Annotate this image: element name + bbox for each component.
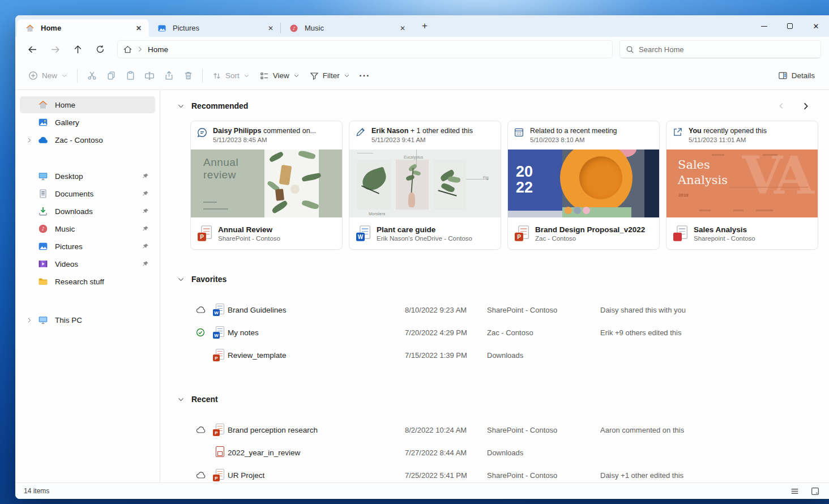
- file-row-review-template[interactable]: P Review_template 7/15/2022 1:39 PM Down…: [196, 344, 819, 366]
- tab-pictures[interactable]: Pictures ✕: [149, 19, 281, 37]
- forward-button[interactable]: [45, 40, 65, 58]
- minimize-button[interactable]: [751, 15, 777, 37]
- sidebar-item-research-stuff[interactable]: Research stuff: [20, 273, 155, 290]
- new-button[interactable]: New: [23, 66, 72, 86]
- share-button[interactable]: [159, 66, 178, 86]
- chevron-right-icon[interactable]: [23, 314, 35, 326]
- tab-close-icon[interactable]: ✕: [265, 23, 276, 34]
- new-button-label: New: [42, 71, 57, 80]
- up-button[interactable]: [67, 40, 88, 58]
- address-bar[interactable]: Home: [117, 40, 613, 58]
- downloads-icon: [37, 206, 49, 217]
- rename-button[interactable]: [140, 66, 159, 86]
- tab-home[interactable]: Home ✕: [17, 19, 149, 37]
- chevron-right-icon[interactable]: [23, 134, 35, 146]
- file-row-brand-perception-research[interactable]: P Brand perception research 8/2/2022 10:…: [196, 418, 819, 441]
- details-pane-button[interactable]: Details: [773, 66, 820, 86]
- svg-text:♪: ♪: [292, 26, 295, 31]
- back-button[interactable]: [22, 40, 42, 58]
- collapse-chevron-icon[interactable]: [176, 394, 186, 404]
- collapse-chevron-icon[interactable]: [176, 274, 186, 284]
- recommended-card-brand-design-proposal[interactable]: Related to a recent meeting 5/10/2023 8:…: [507, 121, 660, 250]
- carousel-prev-icon[interactable]: [776, 100, 787, 112]
- file-row-my-notes[interactable]: W My notes 7/20/2022 4:29 PM Zac - Conto…: [196, 321, 819, 344]
- view-button[interactable]: View: [255, 66, 305, 86]
- paste-button[interactable]: [121, 66, 140, 86]
- sidebar-item-downloads[interactable]: Downloads: [20, 203, 155, 220]
- sidebar-item-onedrive[interactable]: Zac - Contoso: [20, 131, 155, 148]
- large-thumbnails-view-icon[interactable]: [809, 485, 821, 497]
- collapse-chevron-icon[interactable]: [176, 101, 186, 111]
- sidebar-item-pictures[interactable]: Pictures: [20, 238, 155, 255]
- chevron-down-icon: [293, 72, 300, 79]
- card-file-name: Sales Analysis: [694, 225, 755, 234]
- list-view-icon[interactable]: [788, 485, 801, 497]
- recommended-card-sales-analysis[interactable]: You recently opened this 5/11/2023 11:01…: [666, 121, 818, 250]
- breadcrumb-chevron-icon[interactable]: [136, 46, 143, 53]
- carousel-next-icon[interactable]: [800, 100, 811, 112]
- file-location: Downloads: [487, 449, 600, 457]
- plus-circle-icon: [28, 71, 38, 80]
- cloud-sync-icon: [196, 306, 213, 314]
- new-tab-button[interactable]: +: [416, 18, 433, 34]
- file-row-ur-project[interactable]: P UR Project 7/25/2022 5:41 PM SharePoin…: [196, 464, 819, 482]
- filter-button[interactable]: Filter: [305, 66, 355, 86]
- file-row-brand-guidelines[interactable]: W Brand Guidelines 8/10/2022 9:23 AM Sha…: [196, 298, 819, 321]
- thumbnail-title: Annual review: [203, 156, 266, 181]
- delete-button[interactable]: [178, 66, 198, 86]
- sidebar-item-home[interactable]: Home: [20, 96, 155, 113]
- music-icon: ♪: [37, 223, 49, 234]
- tab-close-icon[interactable]: ✕: [397, 23, 408, 34]
- spacer: [23, 258, 35, 270]
- cloud-sync-icon: [196, 471, 213, 479]
- videos-icon: [37, 258, 49, 270]
- view-icon: [260, 71, 269, 80]
- sidebar-item-label: Documents: [55, 190, 138, 198]
- search-input[interactable]: [639, 45, 815, 54]
- navigation-bar: Home: [15, 37, 829, 62]
- tab-music[interactable]: ♪ Music ✕: [281, 19, 413, 37]
- word-file-icon: W: [213, 304, 224, 316]
- document-file-icon: [673, 225, 687, 241]
- activity-actor: You: [689, 127, 702, 135]
- file-name: Brand perception research: [228, 426, 405, 434]
- cut-button[interactable]: [82, 66, 101, 86]
- pin-icon: [140, 189, 149, 198]
- card-file-name: Plant care guide: [377, 225, 472, 234]
- sidebar-item-this-pc[interactable]: This PC: [20, 311, 155, 328]
- card-thumbnail-annual-review: Annual review: [191, 150, 342, 217]
- maximize-button[interactable]: [777, 15, 803, 37]
- card-file-location: SharePoint - Contoso: [218, 235, 280, 242]
- sidebar-item-label: Videos: [55, 260, 138, 268]
- card-thumbnail-brand-design-proposal: 2022: [508, 150, 659, 217]
- sidebar-item-music[interactable]: ♪ Music: [20, 220, 155, 237]
- tab-close-icon[interactable]: ✕: [133, 23, 144, 34]
- see-more-button[interactable]: ···: [355, 66, 374, 86]
- sidebar-item-label: Home: [55, 101, 149, 109]
- recommended-card-plant-care-guide[interactable]: Erik Nason + 1 other edited this 5/11/20…: [349, 121, 501, 250]
- sidebar-item-documents[interactable]: Documents: [20, 185, 155, 202]
- copy-button[interactable]: [101, 66, 121, 86]
- recommended-card-annual-review[interactable]: Daisy Philipps commented on... 5/11/2023…: [190, 121, 343, 250]
- section-recent: Recent P Brand perception research 8/2/2…: [176, 392, 819, 482]
- sort-button[interactable]: Sort: [207, 66, 255, 86]
- breadcrumb-home-icon[interactable]: [123, 45, 132, 54]
- search-box[interactable]: [619, 40, 821, 58]
- sidebar-item-label: Pictures: [55, 242, 138, 251]
- pencil-icon: [355, 127, 366, 138]
- sidebar-item-videos[interactable]: Videos: [20, 255, 155, 272]
- sidebar-item-gallery[interactable]: Gallery: [20, 114, 155, 131]
- thumbnail-label: Fig: [483, 176, 489, 180]
- refresh-button[interactable]: [90, 40, 110, 58]
- card-file-location: Sharepoint - Contoso: [694, 235, 755, 242]
- status-bar: 14 items: [15, 482, 829, 499]
- file-location: Downloads: [487, 351, 600, 360]
- sidebar-item-label: Zac - Contoso: [55, 136, 149, 144]
- content-area: Recommended: [160, 90, 829, 482]
- svg-text:♪: ♪: [41, 226, 45, 232]
- card-file-name: Annual Review: [218, 225, 280, 234]
- file-row-2022-year-in-review[interactable]: 2022_year_in_review 7/27/2022 8:44 AM Do…: [196, 441, 819, 464]
- close-button[interactable]: ✕: [803, 15, 829, 37]
- sidebar-item-desktop[interactable]: Desktop: [20, 168, 155, 185]
- activity-date: 5/11/2023 11:01 AM: [689, 136, 767, 143]
